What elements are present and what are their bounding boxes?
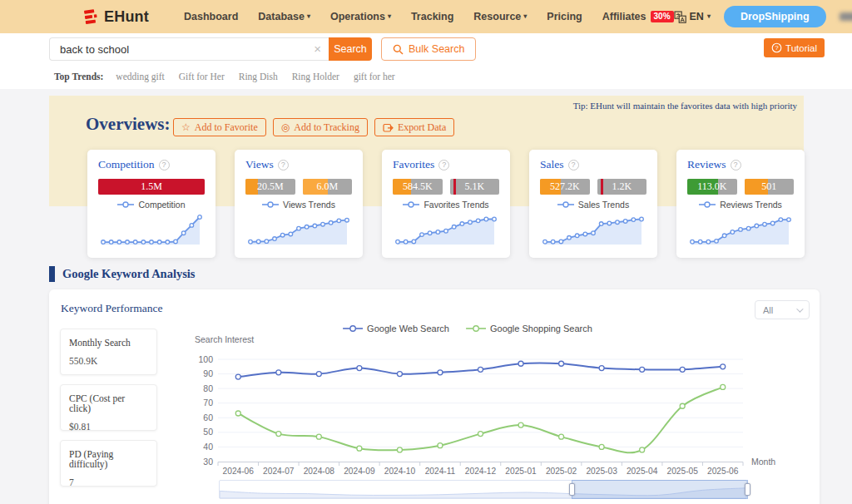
filter-dropdown[interactable]: All [755, 300, 810, 319]
help-icon[interactable]: ? [159, 160, 170, 170]
search-section: × Search Bulk Search ? Tutorial Top Tren… [0, 33, 852, 89]
pd-card: PD (Paying difficulty) 7 [60, 440, 157, 487]
trend-link[interactable]: Gift for Her [179, 72, 225, 82]
metric-bar: 1.2K [597, 179, 647, 195]
metric-bar: 1.5M [98, 179, 205, 195]
language-label: EN [690, 11, 704, 22]
trend-link[interactable]: Ring Holder [292, 72, 339, 82]
svg-text:2025-01: 2025-01 [505, 467, 537, 476]
card-legend: Sales Trends [540, 200, 646, 210]
main-nav: Dashboard Database▾ Operations▾ Tracking… [184, 11, 674, 22]
competition-card: Competition? 1.5M Competition [87, 150, 215, 258]
cpc-card: CPC (Cost per click) $0.81 [60, 384, 157, 431]
sales-sparkline [540, 210, 646, 247]
brand-name: EHunt [104, 8, 149, 26]
search-row: × Search Bulk Search [49, 37, 476, 61]
metric-bar: 584.5K [393, 179, 443, 195]
top-navbar: EHunt Dashboard Database▾ Operations▾ Tr… [0, 0, 852, 33]
nav-right-group: EN ▾ DropShipping [674, 6, 852, 27]
keyword-performance-panel: Keyword Performance All Monthly Search 5… [49, 289, 820, 504]
svg-text:2025-04: 2025-04 [627, 467, 658, 476]
top-trends: Top Trends: wedding gift Gift for Her Ri… [54, 72, 395, 82]
search-button[interactable]: Search [329, 37, 372, 61]
card-legend: Reviews Trends [687, 200, 794, 210]
tutorial-button[interactable]: ? Tutorial [764, 38, 825, 57]
monthly-search-card: Monthly Search 550.9K [60, 329, 157, 375]
views-sparkline [245, 210, 352, 247]
clear-icon[interactable]: × [314, 42, 321, 57]
svg-text:100: 100 [198, 354, 213, 364]
legend-marker [557, 200, 574, 209]
ehunt-keyword-page: EHunt Dashboard Database▾ Operations▾ Tr… [0, 0, 852, 504]
main-chart: 304050607080901002024-062024-072024-0820… [191, 323, 778, 477]
section-title: Google Keyword Analysis [62, 267, 196, 281]
add-to-tracking-button[interactable]: ◎ Add to Tracking [273, 118, 368, 136]
datazoom-window[interactable] [572, 480, 748, 499]
chevron-down-icon: ▾ [523, 13, 527, 20]
svg-text:70: 70 [203, 398, 213, 408]
translate-icon [674, 11, 686, 23]
nav-pricing[interactable]: Pricing [547, 11, 582, 22]
legend-marker [117, 200, 134, 209]
section-accent-bar [49, 266, 55, 282]
datazoom-left-handle[interactable] [569, 483, 575, 496]
metric-bar: 501 [745, 179, 795, 195]
svg-text:2024-07: 2024-07 [263, 467, 295, 476]
top-trends-label: Top Trends: [54, 72, 103, 82]
svg-text:2024-12: 2024-12 [465, 467, 497, 476]
search-box: × [49, 37, 329, 61]
nav-operations[interactable]: Operations▾ [330, 11, 391, 22]
ehunt-logo[interactable]: EHunt [82, 8, 149, 26]
help-icon[interactable]: ? [731, 160, 741, 170]
card-legend: Views Trends [245, 200, 352, 210]
language-selector[interactable]: EN ▾ [674, 11, 711, 23]
help-icon[interactable]: ? [278, 160, 289, 170]
overview-cards: Competition? 1.5M Competition Views? 20.… [87, 150, 805, 258]
star-icon: ☆ [181, 122, 191, 132]
help-icon[interactable]: ? [438, 160, 449, 170]
svg-text:2025-03: 2025-03 [586, 467, 617, 476]
dropshipping-button[interactable]: DropShipping [724, 6, 826, 27]
svg-text:2024-06: 2024-06 [223, 467, 255, 476]
competition-sparkline [98, 210, 205, 247]
metric-bar: 6.0M [303, 179, 353, 195]
nav-database[interactable]: Database▾ [258, 11, 310, 22]
question-circle-icon: ? [771, 42, 782, 53]
help-icon[interactable]: ? [568, 160, 579, 170]
svg-text:2025-05: 2025-05 [666, 467, 698, 476]
panel-title: Keyword Performance [61, 302, 163, 315]
svg-text:2025-06: 2025-06 [707, 467, 739, 476]
reviews-card: Reviews? 113.0K501 Reviews Trends [676, 150, 805, 258]
add-to-favorite-button[interactable]: ☆ Add to Favorite [173, 118, 266, 136]
datazoom-right-handle[interactable] [745, 483, 750, 496]
metric-bar: 113.0K [687, 179, 737, 195]
bulk-search-button[interactable]: Bulk Search [381, 37, 476, 61]
nav-tracking[interactable]: Tracking [411, 11, 453, 22]
nav-dashboard[interactable]: Dashboard [184, 11, 238, 22]
svg-text:80: 80 [203, 383, 213, 393]
legend-marker [699, 200, 716, 209]
export-icon [383, 122, 394, 133]
favorites-card: Favorites? 584.5K5.1K Favorites Trends [382, 150, 510, 258]
trend-link[interactable]: wedding gift [116, 72, 164, 82]
datazoom-slider[interactable] [219, 480, 747, 499]
svg-text:?: ? [775, 44, 779, 52]
legend-marker [262, 200, 279, 209]
svg-text:60: 60 [203, 413, 213, 422]
svg-text:2024-11: 2024-11 [425, 467, 456, 476]
trend-link[interactable]: Ring Dish [239, 72, 278, 82]
views-card: Views? 20.5M6.0M Views Trends [235, 150, 363, 258]
target-icon: ◎ [281, 122, 290, 132]
user-account-masked[interactable] [840, 12, 852, 21]
svg-text:50: 50 [203, 427, 213, 437]
export-data-button[interactable]: Export Data [374, 118, 454, 136]
sales-card: Sales? 527.2K1.2K Sales Trends [529, 150, 657, 258]
svg-text:2024-10: 2024-10 [384, 467, 416, 476]
nav-resource[interactable]: Resource▾ [473, 11, 527, 22]
svg-text:Month: Month [751, 457, 775, 467]
nav-affiliates[interactable]: Affiliates30% [602, 11, 674, 22]
trend-link[interactable]: gift for her [354, 72, 395, 82]
svg-text:2024-08: 2024-08 [304, 467, 335, 476]
search-input[interactable] [50, 38, 329, 60]
favorites-sparkline [393, 210, 499, 247]
